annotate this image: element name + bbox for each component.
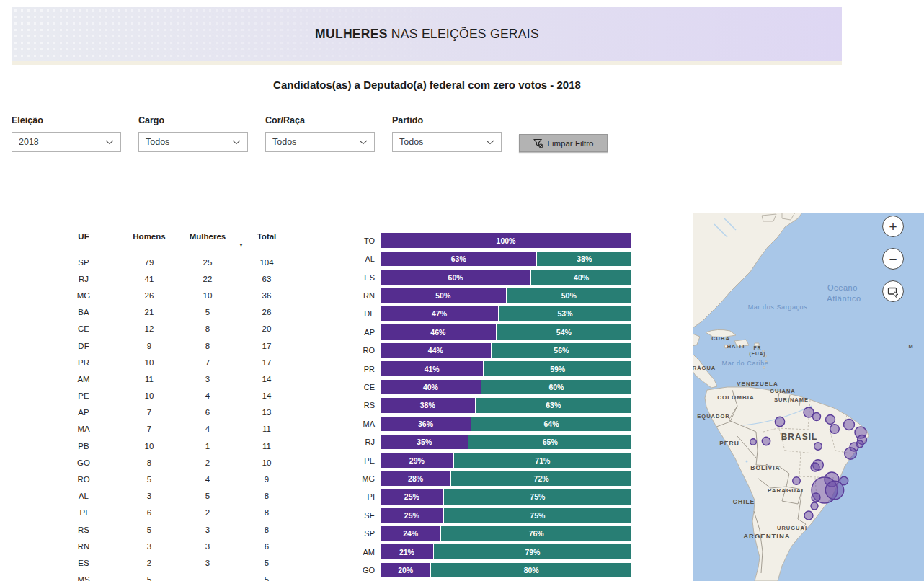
table-row[interactable]: BA21526 [43,304,298,321]
bar-segment-mulheres[interactable]: 20% [381,563,430,578]
map-bubble[interactable] [813,413,821,421]
chart-bar[interactable]: 50%50% [381,288,631,303]
filter-dropdown[interactable]: Todos [392,132,502,152]
clear-filter-button[interactable]: Limpar Filtro [519,134,608,152]
table-row[interactable]: AL358 [43,488,298,505]
chart-bar[interactable]: 60%40% [381,270,631,285]
bar-segment-homens[interactable]: 79% [433,544,631,559]
map-bubble[interactable] [826,415,835,425]
bar-segment-mulheres[interactable]: 24% [381,526,440,541]
chart-bar[interactable]: 36%64% [381,417,631,432]
bar-segment-homens[interactable]: 50% [506,288,632,303]
filter-dropdown[interactable]: 2018 [12,132,121,152]
map-bubble[interactable] [811,463,819,471]
column-header-uf[interactable]: UF [43,232,124,254]
map-bubble[interactable] [762,437,770,445]
chart-bar[interactable]: 100% [381,233,631,248]
chart-bar[interactable]: 63%38% [381,252,631,267]
map-bubble[interactable] [804,511,813,520]
bar-segment-mulheres[interactable]: 38% [381,398,475,413]
chart-bar[interactable]: 24%76% [381,526,631,541]
table-row[interactable]: PR10717 [43,354,298,371]
bar-segment-homens[interactable]: 75% [443,489,631,505]
table-row[interactable]: SP7925104 [43,254,298,270]
bar-segment-homens[interactable]: 38% [536,252,631,267]
map-bubble[interactable] [814,443,822,451]
filter-dropdown[interactable]: Todos [138,132,248,152]
bar-segment-mulheres[interactable]: 100% [381,233,631,248]
chart-bar[interactable]: 40%60% [381,380,631,395]
bar-segment-mulheres[interactable]: 60% [381,270,530,285]
bar-segment-homens[interactable]: 64% [471,417,631,432]
table-row[interactable]: AM11314 [43,371,298,387]
column-header-mulheres[interactable]: Mulheres▼ [174,232,241,254]
chart-bar[interactable]: 46%54% [381,324,631,340]
map-bubble[interactable] [750,439,757,445]
filter-dropdown[interactable]: Todos [265,132,375,152]
bar-segment-homens[interactable]: 72% [450,471,631,487]
column-header-homens[interactable]: Homens [124,232,174,254]
bar-segment-mulheres[interactable]: 63% [381,252,536,267]
chart-bar[interactable]: 21%79% [381,544,631,559]
table-row[interactable]: CE12820 [43,321,298,337]
bar-segment-mulheres[interactable]: 46% [381,324,496,340]
brazil-bubble-map[interactable]: OceanoAtlânticoMar dos SargaçosMar do Ca… [693,213,924,581]
box-select-button[interactable] [882,280,904,302]
bar-segment-homens[interactable]: 56% [491,343,631,358]
table-row[interactable]: PE10414 [43,388,298,404]
chart-bar[interactable]: 35%65% [381,435,631,450]
chart-bar[interactable]: 20%80% [381,563,631,578]
map-bubble[interactable] [793,477,801,485]
bar-segment-homens[interactable]: 71% [453,453,631,468]
chart-bar[interactable]: 29%71% [381,453,631,468]
table-row[interactable]: RO549 [43,471,298,487]
chart-bar[interactable]: 25%75% [381,508,631,523]
table-row[interactable]: DF9817 [43,337,298,354]
bar-segment-mulheres[interactable]: 41% [381,361,483,376]
bar-segment-homens[interactable]: 75% [443,508,631,523]
map-bubble[interactable] [812,493,820,502]
bar-segment-homens[interactable]: 65% [468,435,631,450]
map-bubble[interactable] [775,417,784,426]
map-bubble[interactable] [830,425,840,434]
bar-segment-mulheres[interactable]: 25% [381,508,443,523]
bar-segment-mulheres[interactable]: 25% [381,489,443,505]
bar-segment-mulheres[interactable]: 50% [381,288,506,303]
bar-segment-homens[interactable]: 60% [481,380,631,395]
map-bubble[interactable] [845,448,857,460]
bar-segment-mulheres[interactable]: 40% [381,380,481,395]
chart-bar[interactable]: 28%72% [381,471,631,487]
table-row[interactable]: GO8210 [43,454,298,471]
column-header-total[interactable]: Total [241,232,293,254]
bar-segment-homens[interactable]: 63% [475,398,631,413]
chart-bar[interactable]: 25%75% [381,489,631,505]
table-row[interactable]: PB10111 [43,438,298,454]
chart-bar[interactable]: 38%63% [381,398,631,413]
table-row[interactable]: MS55 [43,572,298,581]
table-row[interactable]: ES235 [43,554,298,571]
table-row[interactable]: MA7411 [43,421,298,438]
bar-segment-mulheres[interactable]: 47% [381,306,498,321]
bar-segment-mulheres[interactable]: 36% [381,417,471,432]
chart-bar[interactable]: 44%56% [381,343,631,358]
bar-segment-mulheres[interactable]: 29% [381,453,453,468]
chart-bar[interactable]: 47%53% [381,306,631,321]
bar-segment-homens[interactable]: 76% [440,526,631,541]
bar-segment-mulheres[interactable]: 44% [381,343,491,358]
zoom-in-button[interactable]: + [882,216,904,237]
bar-segment-homens[interactable]: 53% [498,306,631,321]
bar-segment-mulheres[interactable]: 28% [381,471,450,487]
bar-segment-mulheres[interactable]: 35% [381,435,468,450]
bar-segment-homens[interactable]: 59% [483,361,631,376]
map-bubble[interactable] [825,481,843,499]
bar-segment-homens[interactable]: 80% [430,563,631,578]
table-row[interactable]: RS538 [43,521,298,538]
table-row[interactable]: RN336 [43,538,298,554]
map-bubble[interactable] [811,502,818,510]
table-row[interactable]: MG261036 [43,287,298,303]
table-row[interactable]: RJ412263 [43,270,298,287]
map-bubble[interactable] [844,420,855,430]
bar-segment-homens[interactable]: 40% [530,270,631,285]
chart-bar[interactable]: 41%59% [381,361,631,376]
table-row[interactable]: AP7613 [43,404,298,421]
